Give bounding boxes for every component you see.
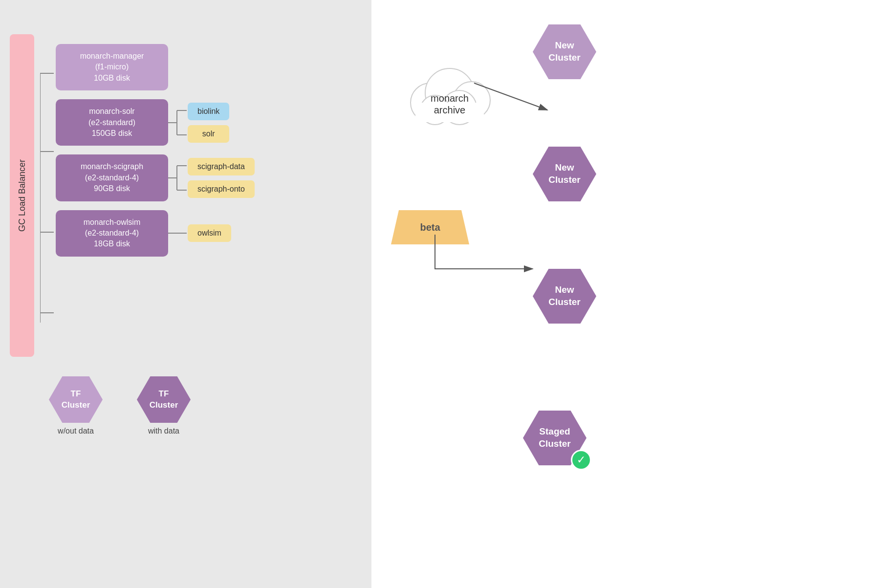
tf-cluster-without-data: TFCluster w/out data — [49, 376, 103, 436]
svg-line-23 — [474, 83, 547, 110]
svg-text:archive: archive — [434, 105, 465, 115]
biolink-container: biolink — [188, 103, 229, 120]
gc-load-balancer-label: GC Load Balancer — [10, 34, 34, 357]
solr-connector — [168, 101, 188, 145]
owlsim-connector — [168, 221, 188, 245]
scigraph-containers: scigraph-data scigraph-onto — [188, 158, 255, 198]
solr-row: monarch-solr(e2-standard)150GB disk biol… — [56, 99, 362, 146]
tf-clusters-section: TFCluster w/out data TFCluster with data — [49, 376, 191, 436]
solr-container: solr — [188, 125, 229, 143]
tf-hex-without: TFCluster — [49, 376, 103, 423]
tf-hex-with: TFCluster — [137, 376, 191, 423]
owlsim-server-box: monarch-owlsim(e2-standard-4)18GB disk — [56, 210, 168, 257]
manager-row: monarch-manager(f1-micro)10GB disk — [56, 44, 362, 90]
scigraph-onto-container: scigraph-onto — [188, 180, 255, 198]
scigraph-data-container: scigraph-data — [188, 158, 255, 175]
arrow-cloud-nc2 — [469, 78, 557, 117]
svg-text:monarch: monarch — [431, 93, 469, 104]
bracket-svg — [40, 34, 55, 357]
left-inner: GC Load Balancer monarch-manager(f1-mi — [10, 34, 362, 357]
staged-cluster-wrapper: StagedCluster ✓ — [523, 411, 587, 465]
scigraph-row: monarch-scigraph(e2-standard-4)90GB disk… — [56, 154, 362, 201]
left-panel: GC Load Balancer monarch-manager(f1-mi — [0, 0, 371, 588]
solr-server-box: monarch-solr(e2-standard)150GB disk — [56, 99, 168, 146]
scigraph-connector — [168, 156, 188, 200]
check-circle: ✓ — [571, 450, 591, 470]
arrow-beta-nc3 — [430, 230, 543, 279]
new-cluster-2: NewCluster — [533, 147, 596, 201]
manager-server-box: monarch-manager(f1-micro)10GB disk — [56, 44, 168, 90]
new-cluster-1: NewCluster — [533, 24, 596, 79]
tf-label-with: with data — [148, 427, 179, 436]
tf-cluster-with-data: TFCluster with data — [137, 376, 191, 436]
owlsim-container: owlsim — [188, 224, 231, 242]
tf-label-without: w/out data — [58, 427, 94, 436]
solr-containers: biolink solr — [188, 103, 229, 143]
owlsim-row: monarch-owlsim(e2-standard-4)18GB disk o… — [56, 210, 362, 257]
owlsim-containers: owlsim — [188, 224, 231, 242]
scigraph-server-box: monarch-scigraph(e2-standard-4)90GB disk — [56, 154, 168, 201]
right-panel: monarch archive NewCluster NewCluster be… — [371, 0, 869, 588]
